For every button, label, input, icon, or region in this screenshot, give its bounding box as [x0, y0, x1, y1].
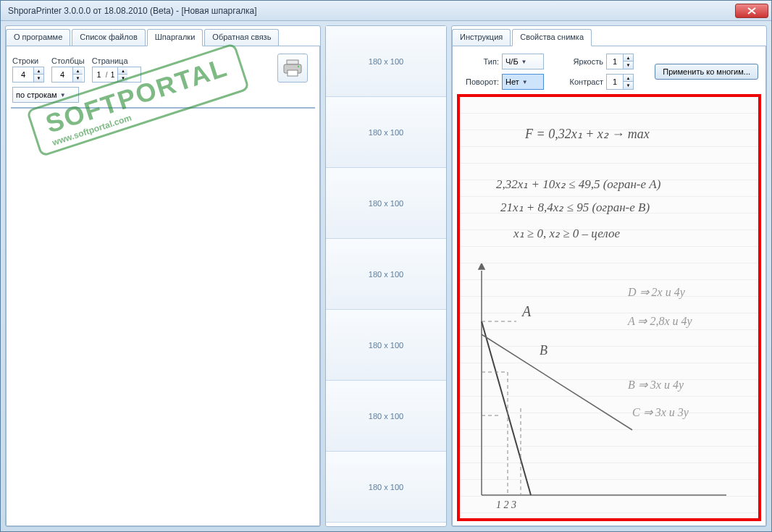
order-combo[interactable]: по строкам ▼ [12, 87, 79, 103]
window-title: ShporaPrinter 3.0.0.0 от 18.08.2010 (Bet… [4, 6, 735, 16]
equation-text: 21x₁ + 8,4x₂ ≤ 95 (огран-е B) [500, 200, 650, 215]
titlebar: ShporaPrinter 3.0.0.0 от 18.08.2010 (Bet… [1, 1, 771, 21]
equation-text: 2,32x₁ + 10x₂ ≤ 49,5 (огран-е A) [496, 177, 660, 192]
slot-item[interactable]: 180 x 100 [326, 97, 446, 168]
rotate-label: Поворот: [460, 77, 499, 86]
slot-item[interactable]: 180 x 100 [326, 310, 446, 381]
tab-filelist[interactable]: Список файлов [72, 29, 145, 46]
snapshot-preview: F = 0,32x₁ + x₂ → max 2,32x₁ + 10x₂ ≤ 49… [457, 94, 761, 521]
cols-down[interactable]: ▼ [72, 75, 83, 82]
tab-cheatsheets[interactable]: Шпаргалки [147, 29, 204, 46]
rows-input[interactable] [13, 70, 33, 79]
brightness-input[interactable] [607, 57, 623, 66]
slot-list[interactable]: 180 x 100 180 x 100 180 x 100 180 x 100 … [326, 26, 446, 526]
point-label: B [540, 343, 547, 358]
tab-about[interactable]: О программе [6, 29, 70, 46]
brightness-spinner[interactable]: ▲▼ [606, 54, 634, 69]
tab-instruction[interactable]: Инструкция [452, 29, 511, 46]
chevron-down-icon: ▼ [521, 59, 527, 65]
chevron-down-icon: ▼ [522, 79, 528, 85]
type-combo[interactable]: Ч/Б ▼ [502, 54, 544, 69]
cols-spinner[interactable]: ▲▼ [51, 67, 85, 83]
grid-cell[interactable]: f(x)=2x+3\nsin a cos b\nlim x→0\n∫ dx = … [12, 108, 88, 109]
grid-cell[interactable]: a²+b²=c²\ne^{iπ}=-1\nΣk = n(n+1)/2\nlog … [88, 108, 164, 109]
equation-text: x₁ ≥ 0, x₂ ≥ 0 – целое [513, 226, 620, 241]
left-tabs: О программе Список файлов Шпаргалки Обра… [6, 29, 320, 46]
cols-label: Столбцы [51, 56, 85, 65]
grid-cell-selected[interactable]: F=0,32x₁+x₂→max\n2,32x₁+10x₂≤49,5 (огр A… [164, 108, 242, 109]
apply-to-many-button[interactable]: Применить ко многим... [655, 64, 758, 80]
page-grid[interactable]: f(x)=2x+3\nsin a cos b\nlim x→0\n∫ dx = … [11, 107, 315, 109]
contrast-input[interactable] [607, 77, 623, 86]
note-text: C ⇒ 3x и 3y [632, 405, 689, 419]
grid-cell[interactable]: матрица A\n|A|=det\nранг r(A)\nA⁻¹·A=E\n… [242, 108, 315, 109]
rotate-combo[interactable]: Нет ▼ [502, 74, 544, 90]
rows-label: Строки [12, 56, 44, 65]
svg-point-3 [298, 66, 299, 67]
graph-sketch [466, 263, 741, 521]
point-label: A [522, 303, 531, 320]
page-input[interactable] [93, 70, 106, 79]
right-tabs: Инструкция Свойства снимка [452, 29, 766, 46]
cols-input[interactable] [52, 70, 72, 79]
type-label: Тип: [460, 57, 499, 66]
note-text: B ⇒ 3x и 4y [628, 378, 684, 392]
svg-rect-2 [288, 70, 298, 76]
cols-up[interactable]: ▲ [72, 67, 83, 75]
rows-up[interactable]: ▲ [33, 67, 43, 75]
contrast-up[interactable]: ▲ [623, 75, 633, 82]
close-button[interactable] [735, 4, 768, 18]
contrast-spinner[interactable]: ▲▼ [606, 74, 634, 90]
page-up[interactable]: ▲ [117, 67, 127, 75]
slot-item[interactable]: 180 x 100 [326, 26, 446, 97]
brightness-down[interactable]: ▼ [623, 62, 633, 69]
brightness-label: Яркость [564, 57, 603, 66]
tab-snapshot-properties[interactable]: Свойства снимка [512, 29, 592, 46]
page-spinner[interactable]: / 1 ▲▼ [92, 67, 141, 83]
slot-item[interactable]: 180 x 100 [326, 381, 446, 452]
rows-spinner[interactable]: ▲▼ [12, 67, 44, 83]
equation-text: F = 0,32x₁ + x₂ → max [525, 126, 650, 142]
chevron-down-icon: ▼ [60, 92, 66, 98]
close-icon [747, 7, 756, 14]
print-button[interactable] [277, 54, 308, 83]
slot-item[interactable]: 180 x 100 [326, 168, 446, 239]
rows-down[interactable]: ▼ [33, 75, 43, 82]
slot-item[interactable]: 180 x 100 [326, 239, 446, 310]
brightness-up[interactable]: ▲ [623, 54, 633, 62]
page-down[interactable]: ▼ [117, 75, 127, 82]
note-text: A ⇒ 2,8x и 4y [628, 314, 692, 328]
slot-item[interactable]: 180 x 100 [326, 452, 446, 523]
axis-ticks: 1 2 3 [496, 499, 516, 511]
tab-feedback[interactable]: Обратная связь [204, 29, 279, 46]
note-text: D ⇒ 2x и 4y [628, 285, 685, 299]
contrast-label: Контраст [564, 77, 603, 86]
contrast-down[interactable]: ▼ [623, 82, 633, 89]
svg-rect-0 [287, 60, 298, 64]
page-label: Страница [92, 56, 141, 65]
printer-icon [282, 59, 303, 77]
